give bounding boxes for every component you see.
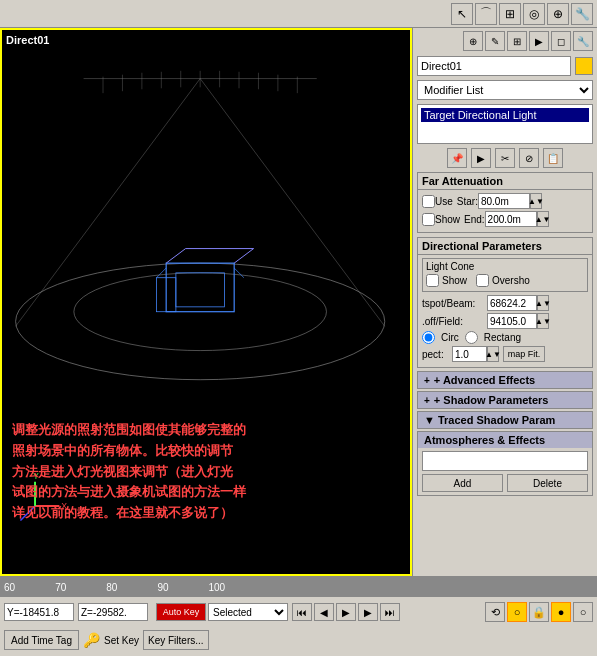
far-attenuation-show-label: Show: [435, 214, 460, 225]
modifier-list-dropdown[interactable]: Modifier List: [417, 80, 593, 100]
circ-rect-row: Circ Rectang: [422, 331, 588, 344]
toolbar-icon-orbit[interactable]: ◎: [523, 3, 545, 25]
rectang-label: Rectang: [484, 332, 521, 343]
atmos-delete-button[interactable]: Delete: [507, 474, 588, 492]
play-button[interactable]: ▶: [336, 603, 356, 621]
sub-icon-delete[interactable]: ⊘: [519, 148, 539, 168]
selected-dropdown[interactable]: Selected: [208, 603, 288, 621]
atmos-buttons-row: Add Delete: [422, 474, 588, 492]
toolbar-icon-zoom[interactable]: ⊕: [547, 3, 569, 25]
traced-shadow-rollout: ▼ Traced Shadow Param: [417, 411, 593, 429]
key-mode-icon[interactable]: ○: [507, 602, 527, 622]
traced-shadow-header[interactable]: ▼ Traced Shadow Param: [418, 412, 592, 428]
offfield-input[interactable]: [487, 313, 537, 329]
sub-icon-play[interactable]: ▶: [471, 148, 491, 168]
ruler-tick-70: 70: [55, 582, 66, 593]
panel-icon-modify[interactable]: ✎: [485, 31, 505, 51]
tspot-label: tspot/Beam:: [422, 298, 487, 309]
svg-line-3: [200, 79, 385, 327]
sub-panel-icons: 📌 ▶ ✂ ⊘ 📋: [413, 146, 597, 170]
far-end-spinner-btn[interactable]: ▲▼: [537, 211, 549, 227]
atmos-effects-section: Atmospheres & Effects Add Delete: [417, 431, 593, 496]
far-attenuation-use-row: Use Star: ▲▼: [422, 193, 588, 209]
panel-icon-utilities[interactable]: 🔧: [573, 31, 593, 51]
panel-icon-create[interactable]: ⊕: [463, 31, 483, 51]
directional-params-section: Directional Parameters Light Cone Show O…: [417, 237, 593, 368]
viewport[interactable]: Direct01: [0, 28, 412, 576]
directional-params-header: Directional Parameters: [418, 238, 592, 255]
y-coord-field[interactable]: [4, 603, 74, 621]
time-config-icon[interactable]: ⟲: [485, 602, 505, 622]
advanced-effects-plus-icon: +: [424, 375, 430, 386]
panel-top-icons: ⊕ ✎ ⊞ ▶ ◻ 🔧: [413, 28, 597, 54]
far-start-spinner-btn[interactable]: ▲▼: [530, 193, 542, 209]
pect-spinner-btn[interactable]: ▲▼: [487, 346, 499, 362]
key-filters-button[interactable]: Key Filters...: [143, 630, 209, 650]
rectang-radio[interactable]: [465, 331, 478, 344]
show-label: Show: [442, 275, 467, 286]
key-controls: Auto Key Selected: [156, 603, 288, 621]
animate-mode-icon[interactable]: ●: [551, 602, 571, 622]
toolbar-icon-select[interactable]: ↖: [451, 3, 473, 25]
main-area: Direct01: [0, 28, 597, 576]
stack-item-directional-light[interactable]: Target Directional Light: [421, 108, 589, 122]
shadow-params-label: + Shadow Parameters: [434, 394, 549, 406]
far-attenuation-start-label: Star:: [457, 196, 478, 207]
far-end-input[interactable]: [485, 211, 537, 227]
atmos-add-button[interactable]: Add: [422, 474, 503, 492]
tspot-spinner: ▲▼: [487, 295, 549, 311]
sub-icon-copy[interactable]: 📋: [543, 148, 563, 168]
svg-line-2: [16, 79, 201, 327]
snap-icon[interactable]: 🔒: [529, 602, 549, 622]
far-start-input[interactable]: [478, 193, 530, 209]
tspot-row: tspot/Beam: ▲▼: [422, 295, 588, 311]
toolbar-icon-arc[interactable]: ⌒: [475, 3, 497, 25]
tspot-spinner-btn[interactable]: ▲▼: [537, 295, 549, 311]
add-time-tag-button[interactable]: Add Time Tag: [4, 630, 79, 650]
prev-frame-button[interactable]: ◀: [314, 603, 334, 621]
panel-icon-motion[interactable]: ▶: [529, 31, 549, 51]
far-attenuation-show-checkbox[interactable]: [422, 213, 435, 226]
go-start-button[interactable]: ⏮: [292, 603, 312, 621]
atmos-effects-body: Add Delete: [418, 448, 592, 495]
coords-display: [4, 603, 148, 621]
far-attenuation-use-label: Use: [435, 196, 453, 207]
toolbar-icon-3d[interactable]: ⊞: [499, 3, 521, 25]
tspot-input[interactable]: [487, 295, 537, 311]
pect-label: pect:: [422, 349, 452, 360]
pect-input[interactable]: [452, 346, 487, 362]
z-coord-field[interactable]: [78, 603, 148, 621]
svg-line-23: [234, 268, 244, 278]
shadow-params-header[interactable]: + + Shadow Parameters: [418, 392, 592, 408]
atmos-effects-list: [422, 451, 588, 471]
light-cone-label: Light Cone: [426, 261, 584, 272]
color-swatch[interactable]: [575, 57, 593, 75]
sub-icon-cut[interactable]: ✂: [495, 148, 515, 168]
ruler-tick-90: 90: [157, 582, 168, 593]
key-lock-icon: 🔑: [83, 632, 100, 648]
far-attenuation-use-checkbox[interactable]: [422, 195, 435, 208]
map-fit-button[interactable]: map Fit.: [503, 346, 545, 362]
chinese-text-overlay: 调整光源的照射范围如图使其能够完整的照射场景中的所有物体。比较快的调节方法是进入…: [12, 420, 246, 524]
overshoot-checkbox[interactable]: [476, 274, 489, 287]
atmos-effects-header[interactable]: Atmospheres & Effects: [418, 432, 592, 448]
curve-editor-icon[interactable]: ○: [573, 602, 593, 622]
offfield-spinner-btn[interactable]: ▲▼: [537, 313, 549, 329]
far-start-spinner: ▲▼: [478, 193, 542, 209]
go-end-button[interactable]: ⏭: [380, 603, 400, 621]
circ-radio[interactable]: [422, 331, 435, 344]
show-checkbox[interactable]: [426, 274, 439, 287]
object-name-input[interactable]: [417, 56, 571, 76]
advanced-effects-header[interactable]: + + Advanced Effects: [418, 372, 592, 388]
directional-params-body: Light Cone Show Oversho tspot/Beam: ▲▼: [418, 255, 592, 367]
panel-icon-display[interactable]: ◻: [551, 31, 571, 51]
panel-icon-hierarchy[interactable]: ⊞: [507, 31, 527, 51]
shadow-params-rollout: + + Shadow Parameters: [417, 391, 593, 409]
toolbar-icon-settings[interactable]: 🔧: [571, 3, 593, 25]
auto-key-button[interactable]: Auto Key: [156, 603, 206, 621]
sub-icon-pin[interactable]: 📌: [447, 148, 467, 168]
next-frame-button[interactable]: ▶: [358, 603, 378, 621]
offfield-spinner: ▲▼: [487, 313, 549, 329]
show-overshoot-row: Show Oversho: [426, 274, 584, 287]
far-attenuation-section: Far Attenuation Use Star: ▲▼ Show End:: [417, 172, 593, 233]
